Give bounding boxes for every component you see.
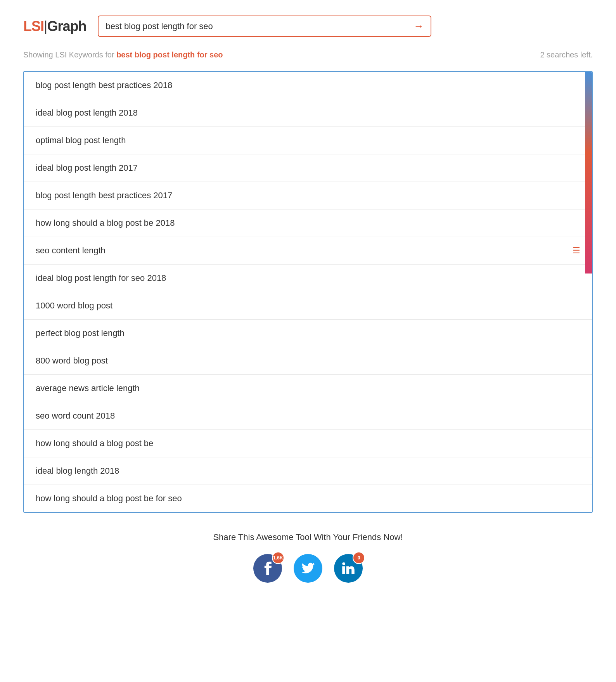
keyword-row[interactable]: average news article length bbox=[24, 375, 592, 402]
share-buttons: 1.6K 0 bbox=[23, 554, 593, 583]
search-submit-icon[interactable]: → bbox=[414, 20, 424, 32]
linkedin-icon bbox=[341, 561, 355, 575]
scrollbar-track[interactable] bbox=[585, 72, 592, 273]
share-title: Share This Awesome Tool With Your Friend… bbox=[23, 532, 593, 542]
keyword-row[interactable]: ideal blog post length for seo 2018 bbox=[24, 265, 592, 292]
keyword-row[interactable]: 800 word blog post bbox=[24, 347, 592, 375]
keyword-row[interactable]: how long should a blog post be for seo bbox=[24, 485, 592, 512]
keywords-list: blog post length best practices 2018idea… bbox=[24, 72, 592, 512]
search-box[interactable]: → bbox=[98, 16, 431, 37]
keyword-row[interactable]: optimal blog post length bbox=[24, 127, 592, 154]
share-section: Share This Awesome Tool With Your Friend… bbox=[23, 532, 593, 583]
keyword-row[interactable]: seo word count 2018 bbox=[24, 402, 592, 430]
keyword-row[interactable]: seo content length☰ bbox=[24, 237, 592, 265]
keyword-row[interactable]: 1000 word blog post bbox=[24, 292, 592, 320]
keyword-text: average news article length bbox=[36, 383, 140, 393]
keyword-row[interactable]: perfect blog post length bbox=[24, 320, 592, 347]
keyword-text: blog post length best practices 2017 bbox=[36, 190, 172, 201]
keyword-text: how long should a blog post be for seo bbox=[36, 493, 182, 504]
keyword-row[interactable]: blog post length best practices 2018 bbox=[24, 72, 592, 99]
keyword-row[interactable]: ideal blog post length 2018 bbox=[24, 99, 592, 127]
subtitle-text: Showing LSI Keywords for best blog post … bbox=[23, 50, 223, 59]
keyword-row[interactable]: how long should a blog post be bbox=[24, 430, 592, 457]
header: LSI|Graph → bbox=[23, 16, 593, 37]
keyword-row[interactable]: how long should a blog post be 2018 bbox=[24, 209, 592, 237]
subtitle-bar: Showing LSI Keywords for best blog post … bbox=[23, 50, 593, 59]
keyword-row[interactable]: ideal blog length 2018 bbox=[24, 457, 592, 485]
keyword-text: how long should a blog post be bbox=[36, 438, 153, 448]
subtitle-keyword: best blog post length for seo bbox=[116, 50, 223, 59]
keyword-text: ideal blog post length 2018 bbox=[36, 108, 138, 118]
subtitle-prefix: Showing LSI Keywords for bbox=[23, 50, 114, 59]
keyword-text: 1000 word blog post bbox=[36, 301, 112, 311]
facebook-icon bbox=[261, 561, 275, 575]
share-facebook-button[interactable]: 1.6K bbox=[253, 554, 282, 583]
twitter-icon bbox=[301, 561, 315, 575]
share-linkedin-button[interactable]: 0 bbox=[334, 554, 363, 583]
keyword-text: seo word count 2018 bbox=[36, 411, 115, 421]
list-icon[interactable]: ☰ bbox=[573, 246, 580, 256]
keyword-text: ideal blog post length for seo 2018 bbox=[36, 273, 166, 283]
keyword-text: ideal blog length 2018 bbox=[36, 466, 119, 476]
facebook-badge: 1.6K bbox=[272, 552, 284, 564]
keyword-row[interactable]: ideal blog post length 2017 bbox=[24, 154, 592, 182]
results-container: blog post length best practices 2018idea… bbox=[23, 71, 593, 513]
logo-lsi: LSI bbox=[23, 18, 44, 34]
logo: LSI|Graph bbox=[23, 18, 86, 35]
keyword-row[interactable]: blog post length best practices 2017 bbox=[24, 182, 592, 209]
keyword-text: optimal blog post length bbox=[36, 135, 126, 145]
keyword-text: how long should a blog post be 2018 bbox=[36, 218, 175, 228]
keyword-text: blog post length best practices 2018 bbox=[36, 80, 172, 90]
linkedin-badge: 0 bbox=[353, 552, 365, 564]
keyword-text: ideal blog post length 2017 bbox=[36, 163, 138, 173]
share-twitter-button[interactable] bbox=[294, 554, 322, 583]
logo-graph: Graph bbox=[47, 18, 86, 34]
keyword-text: seo content length bbox=[36, 246, 106, 256]
keyword-text: perfect blog post length bbox=[36, 328, 125, 338]
keyword-text: 800 word blog post bbox=[36, 356, 108, 366]
searches-left: 2 searches left. bbox=[540, 50, 593, 59]
search-input[interactable] bbox=[106, 21, 410, 31]
